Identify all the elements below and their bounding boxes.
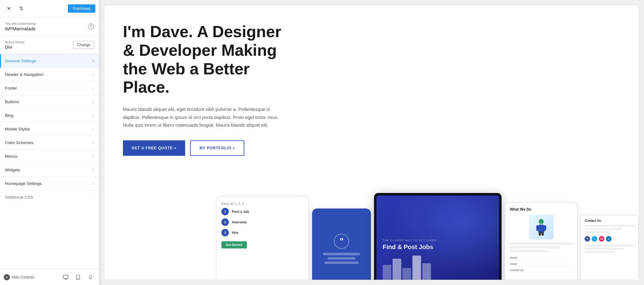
customizer-header: ✕ ⇅ Published — [0, 0, 99, 17]
nav-item-additional-css[interactable]: Additional CSS › — [0, 191, 99, 204]
nav-item-footer[interactable]: Footer › — [0, 81, 99, 95]
chevron-icon-header-navigation: › — [93, 72, 94, 77]
nav-item-mobile-styles[interactable]: Mobile Styles › — [0, 122, 99, 136]
nav-item-menus[interactable]: Menus › — [0, 150, 99, 163]
theme-name: Divi — [5, 45, 25, 50]
chevron-icon-color-schemes: › — [93, 140, 94, 145]
svg-rect-0 — [63, 275, 68, 278]
customizer-panel: ✕ ⇅ Published You are customizing WPMarm… — [0, 0, 99, 285]
extra-card-header: Contact Us — [585, 219, 634, 222]
hero-title: I'm Dave. A Designer & Developer Making … — [123, 23, 296, 97]
hero-section: I'm Dave. A Designer & Developer Making … — [123, 23, 620, 168]
theme-section: Active theme Divi Change — [0, 36, 99, 54]
nav-label-menus: Menus — [5, 154, 18, 159]
hero-description: Mauris blandit aliquet elit, eget tincid… — [123, 105, 284, 129]
customizer-footer: ● Hide Controls — [0, 269, 99, 285]
sort-button[interactable]: ⇅ — [16, 4, 26, 14]
nav-item-color-schemes[interactable]: Color Schemes › — [0, 136, 99, 150]
close-button[interactable]: ✕ — [4, 4, 14, 14]
customizing-label: You are customizing — [5, 22, 36, 25]
svg-rect-10 — [544, 225, 546, 231]
nav-item-buttons[interactable]: Buttons › — [0, 95, 99, 109]
svg-rect-8 — [538, 225, 544, 233]
chevron-icon-additional-css: › — [93, 195, 94, 200]
nav-label-additional-css: Additional CSS — [5, 195, 33, 200]
nav-label-header-navigation: Header & Navigation — [5, 72, 44, 77]
hide-controls-button[interactable]: ● Hide Controls — [4, 274, 34, 280]
svg-point-7 — [539, 219, 544, 224]
nav-label-color-schemes: Color Schemes — [5, 140, 33, 145]
change-theme-button[interactable]: Change — [73, 41, 94, 49]
laptop-sub: The Easiest Way to Get Hired — [383, 239, 437, 242]
get-started-btn[interactable]: Get Started — [221, 241, 247, 248]
chevron-icon-general-settings: › — [93, 59, 94, 63]
tablet-device-button[interactable] — [73, 272, 83, 282]
svg-point-4 — [78, 278, 78, 278]
step3-label: Hire — [232, 231, 238, 235]
svg-rect-11 — [539, 232, 541, 236]
step2-label: Interview — [232, 220, 247, 224]
published-button[interactable]: Published — [68, 4, 95, 13]
hide-controls-label: Hide Controls — [12, 275, 34, 279]
hero-buttons: GET A FREE QUOTE » MY PORTFOLIO » — [123, 140, 620, 156]
nav-label-general-settings: General Settings — [5, 59, 36, 63]
chevron-icon-blog: › — [93, 113, 94, 118]
desktop-device-button[interactable] — [61, 272, 71, 282]
nav-item-widgets[interactable]: Widgets › — [0, 163, 99, 177]
easy-label: Easy as 1, 2, 3 — [221, 202, 303, 205]
chevron-icon-buttons: › — [93, 99, 94, 104]
eye-icon: ● — [4, 274, 10, 280]
nav-link-1: Home — [510, 255, 573, 261]
svg-rect-12 — [542, 232, 544, 236]
nav-label-blog: Blog — [5, 113, 13, 118]
nav-item-homepage-settings[interactable]: Homepage Settings › — [0, 177, 99, 191]
get-quote-button[interactable]: GET A FREE QUOTE » — [123, 140, 185, 156]
tablet-header-label: What We Do — [510, 207, 573, 212]
preview-wrapper: I'm Dave. A Designer & Developer Making … — [104, 5, 639, 280]
nav-item-blog[interactable]: Blog › — [0, 109, 99, 122]
chevron-icon-mobile-styles: › — [93, 127, 94, 131]
help-icon[interactable]: ? — [88, 24, 94, 30]
nav-item-header-navigation[interactable]: Header & Navigation › — [0, 68, 99, 81]
chevron-icon-menus: › — [93, 154, 94, 159]
nav-label-mobile-styles: Mobile Styles — [5, 127, 30, 131]
step1-label: Post a Job — [232, 210, 249, 213]
svg-point-6 — [90, 278, 91, 278]
nav-menu: General Settings › Header & Navigation ›… — [0, 54, 99, 269]
chevron-icon-widgets: › — [93, 168, 94, 172]
nav-label-buttons: Buttons — [5, 99, 19, 104]
svg-rect-9 — [536, 225, 539, 231]
portfolio-button[interactable]: MY PORTFOLIO » — [190, 140, 244, 156]
nav-item-general-settings[interactable]: General Settings › — [0, 54, 99, 68]
chevron-icon-homepage-settings: › — [93, 181, 94, 186]
nav-label-footer: Footer — [5, 86, 17, 90]
mobile-device-button[interactable] — [85, 272, 95, 282]
customizing-site: WPMarmalade — [5, 26, 36, 31]
chevron-icon-footer: › — [93, 86, 94, 90]
nav-link-2: About — [510, 261, 573, 267]
nav-label-widgets: Widgets — [5, 168, 20, 172]
laptop-title: Find & Post Jobs — [383, 243, 433, 251]
nav-label-homepage-settings: Homepage Settings — [5, 181, 42, 186]
nav-link-3: Contact Us — [510, 268, 573, 273]
customizing-section: You are customizing WPMarmalade ? — [0, 17, 99, 36]
theme-label: Active theme — [5, 40, 25, 44]
